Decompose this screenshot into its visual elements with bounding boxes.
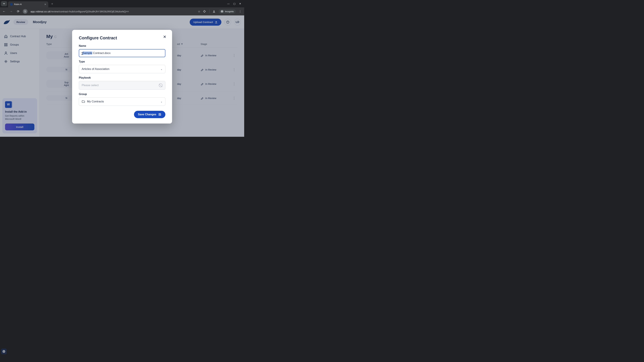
site-info-button[interactable] bbox=[23, 9, 28, 14]
playbook-select: Please select bbox=[79, 81, 165, 90]
incognito-indicator[interactable]: Incognito bbox=[218, 9, 236, 14]
svg-point-0 bbox=[25, 11, 25, 11]
extensions-button[interactable] bbox=[203, 10, 206, 13]
new-tab-button[interactable]: ＋ bbox=[51, 2, 54, 6]
incognito-icon bbox=[220, 10, 224, 12]
browser-back-button[interactable]: ← bbox=[2, 10, 6, 13]
chevron-down-icon: ⌄ bbox=[160, 100, 162, 103]
chevron-down-icon bbox=[3, 3, 5, 5]
browser-tab[interactable]: Robin AI ✕ bbox=[8, 1, 48, 7]
window-close-button[interactable]: ✕ bbox=[239, 2, 241, 5]
window-maximize-button[interactable]: ▢ bbox=[233, 2, 236, 5]
type-field-label: Type bbox=[79, 60, 165, 63]
text-cursor-icon: Ꮖ bbox=[81, 52, 83, 56]
type-select[interactable]: Articles of Association ⌄ bbox=[79, 65, 165, 73]
window-controls: — ▢ ✕ bbox=[227, 2, 244, 5]
app-root: Review Moodjoy Upload Contract LD Contra… bbox=[0, 15, 244, 137]
group-select[interactable]: My Contracts ⌄ bbox=[79, 97, 165, 106]
name-field-label: Name bbox=[79, 44, 165, 47]
address-bar[interactable]: app.robinai.co.uk/review/contract-hub/co… bbox=[30, 10, 196, 13]
browser-reload-button[interactable]: ⟳ bbox=[16, 9, 20, 13]
save-icon bbox=[158, 113, 161, 116]
configure-contract-modal: Configure Contract ✕ Name Ꮖ Sample Contr… bbox=[72, 30, 172, 123]
tab-close-button[interactable]: ✕ bbox=[44, 3, 46, 6]
chevron-down-icon: ⌄ bbox=[160, 68, 162, 70]
bookmark-button[interactable]: ☆ bbox=[198, 10, 200, 13]
folder-icon bbox=[82, 100, 85, 103]
browser-tab-strip: Robin AI ✕ ＋ — ▢ ✕ bbox=[0, 0, 244, 7]
modal-close-button[interactable]: ✕ bbox=[163, 34, 166, 39]
puzzle-icon bbox=[203, 10, 206, 13]
name-input[interactable]: Ꮖ Sample Contract.docx bbox=[79, 49, 165, 57]
save-changes-button[interactable]: Save Changes bbox=[134, 111, 165, 118]
browser-toolbar: ← → ⟳ app.robinai.co.uk/review/contract-… bbox=[0, 7, 244, 15]
svg-point-1 bbox=[25, 12, 26, 12]
window-minimize-button[interactable]: — bbox=[227, 2, 230, 5]
playbook-field-label: Playbook bbox=[79, 76, 165, 79]
browser-menu-button[interactable]: ⋮ bbox=[239, 10, 242, 13]
tab-title: Robin AI bbox=[14, 3, 43, 5]
tab-favicon bbox=[10, 3, 13, 6]
modal-overlay[interactable]: Configure Contract ✕ Name Ꮖ Sample Contr… bbox=[0, 15, 244, 137]
downloads-button[interactable] bbox=[212, 10, 216, 13]
download-icon bbox=[212, 10, 216, 13]
group-field-label: Group bbox=[79, 93, 165, 96]
tab-search-button[interactable] bbox=[1, 1, 7, 6]
tune-icon bbox=[24, 10, 26, 12]
browser-forward-button: → bbox=[9, 10, 14, 13]
disabled-icon bbox=[159, 83, 162, 87]
modal-title: Configure Contract bbox=[79, 35, 165, 40]
